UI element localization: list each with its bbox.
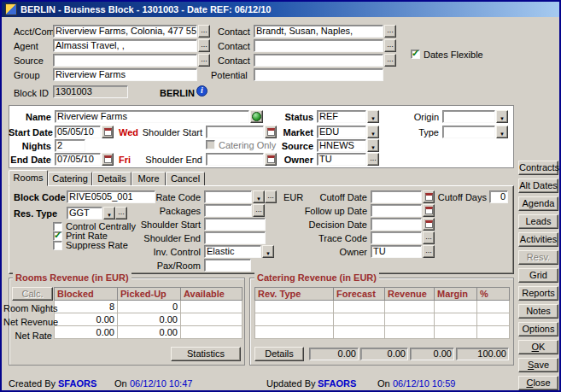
sidebar-button-ok[interactable]: OK <box>518 340 558 354</box>
sidebar-button-save[interactable]: Save <box>518 358 558 372</box>
tab-shoulder-end-field[interactable] <box>204 231 266 244</box>
sidebar-button-close[interactable]: Close <box>518 376 558 390</box>
decision-date-calendar-button[interactable] <box>423 218 435 231</box>
market-field[interactable]: EDU <box>317 126 366 138</box>
contact2-lov-button[interactable] <box>384 39 396 52</box>
cutoff-date-calendar-button[interactable] <box>423 190 435 203</box>
inv-control-label: Inv. Control <box>137 247 201 258</box>
follow-up-date-field[interactable] <box>371 204 422 217</box>
sidebar-button-grid[interactable]: Grid <box>518 268 558 283</box>
res-type-dropdown-button[interactable] <box>103 207 115 219</box>
acct-com-lov-button[interactable] <box>198 25 210 38</box>
acct-com-field[interactable]: Riverview Farms, Colonia, 477 550-36 <box>53 25 197 38</box>
tab-rooms[interactable]: Rooms <box>9 170 48 186</box>
dates-flexible-checkbox[interactable] <box>411 50 420 59</box>
follow-up-date-calendar-button[interactable] <box>423 204 435 217</box>
chevron-down-icon <box>107 208 112 219</box>
agent-field[interactable]: Almassi Travel, , <box>53 39 197 52</box>
calc-button[interactable]: Calc. <box>12 287 53 301</box>
packages-field[interactable] <box>204 204 252 217</box>
catering-cell <box>385 313 435 326</box>
chevron-down-icon <box>371 127 376 137</box>
contact3-field[interactable] <box>254 54 383 67</box>
catering-cell <box>435 313 477 326</box>
owner-field[interactable]: TU <box>317 153 366 166</box>
details-button[interactable]: Details <box>254 347 304 361</box>
start-date-calendar-button[interactable] <box>102 126 114 138</box>
source-account-field[interactable] <box>53 54 197 67</box>
catering-cell <box>477 326 510 339</box>
cutoff-days-field[interactable]: 0 <box>489 190 508 203</box>
tab-shoulder-start-label: Shoulder Start <box>137 219 201 231</box>
suppress-rate-checkbox[interactable] <box>53 241 62 250</box>
owner-lov-button[interactable] <box>367 153 379 166</box>
res-type-label: Res. Type <box>14 208 57 219</box>
type-dropdown-button[interactable] <box>496 126 508 138</box>
sidebar-button-agenda[interactable]: Agenda <box>518 196 558 211</box>
end-date-calendar-button[interactable] <box>102 153 114 166</box>
contact1-lov-button[interactable] <box>384 25 396 38</box>
rate-code-field[interactable] <box>204 190 252 203</box>
source-lov-button[interactable] <box>198 54 210 67</box>
catering-only-checkbox[interactable] <box>206 140 215 149</box>
source-dropdown-button[interactable] <box>367 139 379 152</box>
market-dropdown-button[interactable] <box>367 126 379 138</box>
statistics-button[interactable]: Statistics <box>171 347 241 361</box>
cutoff-date-field[interactable] <box>371 190 422 203</box>
status-field[interactable]: REF <box>317 110 366 123</box>
contact1-field[interactable]: Brandt, Susan, Naples, <box>254 25 383 38</box>
pax-room-field[interactable] <box>204 259 251 272</box>
sidebar-button-reports[interactable]: Reports <box>518 286 558 301</box>
end-date-field[interactable]: 07/05/10 <box>55 153 101 166</box>
trace-code-lov-button[interactable] <box>423 231 435 244</box>
tab-details[interactable]: Details <box>92 172 131 186</box>
sidebar-button-activities[interactable]: Activities <box>518 232 558 247</box>
block-code-field[interactable]: RIVE0505_001 <box>67 190 155 203</box>
origin-dropdown-button[interactable] <box>496 110 508 123</box>
shoulder-end-field[interactable] <box>206 153 264 166</box>
name-field[interactable]: Riverview Farms <box>55 110 249 123</box>
dates-flexible-label: Dates Flexible <box>424 50 483 61</box>
tab-shoulder-start-field[interactable] <box>204 218 266 231</box>
res-type-field[interactable]: GGT <box>67 207 102 219</box>
sidebar-button-alt-dates[interactable]: Alt Dates <box>518 178 558 193</box>
potential-field[interactable] <box>254 68 383 81</box>
origin-field[interactable] <box>442 110 495 123</box>
tab-cancel[interactable]: Cancel <box>166 172 205 186</box>
group-field[interactable]: Riverview Farms <box>53 68 197 81</box>
sidebar-button-notes[interactable]: Notes <box>518 304 558 319</box>
origin-label: Origin <box>386 112 439 123</box>
tab-owner-field[interactable]: TU <box>371 245 422 258</box>
shoulder-start-field[interactable] <box>206 126 264 138</box>
inv-control-field[interactable]: Elastic <box>204 245 261 258</box>
tab-owner-lov-button[interactable] <box>423 245 435 258</box>
print-rate-checkbox[interactable] <box>53 231 62 241</box>
rate-code-lov-button[interactable] <box>265 190 277 203</box>
start-date-field[interactable]: 05/05/10 <box>55 126 101 138</box>
type-field[interactable] <box>442 126 495 138</box>
contact3-lov-button[interactable] <box>384 54 396 67</box>
catering-revenue-table: Rev. Type Forecast Revenue Margin % <box>254 287 510 339</box>
start-weekday-label: Wed <box>119 127 138 138</box>
follow-up-date-label: Follow up Date <box>302 206 367 217</box>
inv-control-dropdown-button[interactable] <box>262 245 274 258</box>
res-type-lov-button[interactable] <box>115 207 127 219</box>
info-icon[interactable] <box>196 85 207 97</box>
source-field[interactable]: HNEWS <box>317 139 366 152</box>
tab-more[interactable]: More <box>131 172 166 186</box>
sidebar-button-options[interactable]: Options <box>518 322 558 336</box>
status-dropdown-button[interactable] <box>367 110 379 123</box>
title-bar[interactable]: BERLIN - Business Block - 1301003 - Date… <box>2 2 559 17</box>
rooms-revenue-header-blocked: Blocked <box>55 288 118 301</box>
trace-code-field[interactable] <box>371 231 422 244</box>
rate-code-dropdown-button[interactable] <box>253 190 265 203</box>
sidebar-button-contracts[interactable]: Contracts <box>518 161 558 175</box>
tab-catering[interactable]: Catering <box>48 172 92 186</box>
packages-lov-button[interactable] <box>253 204 265 217</box>
agent-lov-button[interactable] <box>198 39 210 52</box>
rate-code-label: Rate Code <box>145 192 201 203</box>
nights-field[interactable]: 2 <box>55 139 85 152</box>
sidebar-button-leads[interactable]: Leads <box>518 214 558 229</box>
decision-date-field[interactable] <box>371 218 422 231</box>
contact2-field[interactable] <box>254 39 383 52</box>
